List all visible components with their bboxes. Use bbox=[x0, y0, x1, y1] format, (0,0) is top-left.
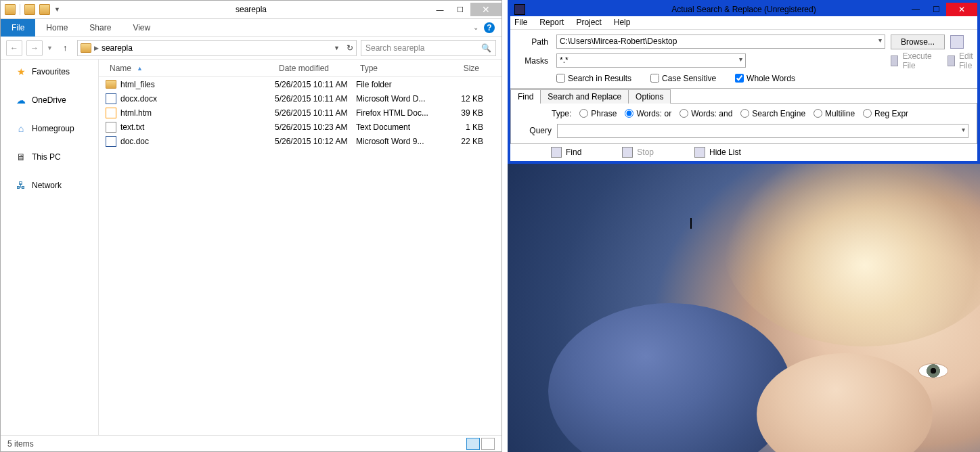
table-row[interactable]: html.htm5/26/2015 10:11 AMFirefox HTML D… bbox=[99, 106, 502, 120]
help-icon[interactable]: ? bbox=[484, 22, 495, 33]
file-icon bbox=[106, 80, 116, 89]
radio-regexpr[interactable]: Reg Expr bbox=[863, 109, 908, 118]
separator bbox=[20, 4, 20, 15]
breadcrumb-dropdown-icon[interactable]: ▼ bbox=[334, 45, 340, 51]
search-placeholder: Search searepla bbox=[365, 43, 424, 53]
qat-dropdown-icon[interactable]: ▼ bbox=[54, 6, 60, 13]
asr-titlebar[interactable]: Actual Search & Replace (Unregistered) —… bbox=[510, 3, 977, 16]
properties-icon[interactable] bbox=[24, 4, 35, 15]
menu-file[interactable]: File bbox=[514, 18, 527, 27]
explorer-titlebar[interactable]: ▼ searepla — ☐ ✕ bbox=[1, 1, 502, 19]
sidebar-onedrive[interactable]: ☁OneDrive bbox=[1, 92, 98, 108]
search-in-results-checkbox[interactable]: Search in Results bbox=[556, 74, 631, 83]
sidebar-favourites[interactable]: ★Favourites bbox=[1, 64, 98, 80]
breadcrumb-folder[interactable]: searepla bbox=[102, 43, 133, 53]
file-size: 1 KB bbox=[436, 122, 483, 132]
toolbar: Path C:\Users\Mircea-Robert\Desktop Brow… bbox=[510, 30, 977, 87]
forward-button[interactable]: → bbox=[26, 40, 43, 56]
status-text: 5 items bbox=[7, 439, 34, 449]
tab-share[interactable]: Share bbox=[79, 20, 122, 36]
minimize-button[interactable]: — bbox=[906, 3, 926, 16]
browse-button[interactable]: Browse... bbox=[891, 35, 945, 49]
sidebar-network[interactable]: 🖧Network bbox=[1, 177, 98, 194]
radio-words-or[interactable]: Words: or bbox=[625, 109, 671, 118]
col-date[interactable]: Date modified bbox=[275, 64, 356, 73]
path-combo[interactable]: C:\Users\Mircea-Robert\Desktop bbox=[556, 35, 885, 49]
wallpaper-eye bbox=[919, 364, 948, 378]
radio-phrase[interactable]: Phrase bbox=[579, 109, 617, 118]
hide-list-button[interactable]: Hide List bbox=[694, 147, 741, 158]
col-type[interactable]: Type bbox=[356, 64, 436, 73]
file-icon bbox=[106, 136, 116, 147]
type-row: Type: Phrase Words: or Words: and Search… bbox=[519, 109, 968, 118]
tab-find[interactable]: Find bbox=[510, 89, 541, 104]
sidebar: ★Favourites ☁OneDrive ⌂Homegroup 🖥This P… bbox=[1, 60, 99, 435]
query-combo[interactable] bbox=[557, 124, 968, 138]
tab-view[interactable]: View bbox=[122, 20, 161, 36]
ribbon: File Home Share View ⌄ ? bbox=[1, 19, 502, 37]
menu-project[interactable]: Project bbox=[576, 18, 601, 27]
path-label: Path bbox=[517, 37, 551, 47]
table-row[interactable]: doc.doc5/26/2015 10:12 AMMicrosoft Word … bbox=[99, 134, 502, 148]
window-controls: — ☐ ✕ bbox=[430, 3, 502, 16]
wallpaper-fabric bbox=[548, 303, 792, 452]
file-name: text.txt bbox=[120, 122, 144, 132]
close-button[interactable]: ✕ bbox=[470, 3, 502, 16]
find-button[interactable]: Find bbox=[551, 147, 581, 158]
up-button[interactable]: ↑ bbox=[57, 40, 73, 56]
table-row[interactable]: docx.docx5/26/2015 10:11 AMMicrosoft Wor… bbox=[99, 91, 502, 106]
icons-view-button[interactable] bbox=[481, 438, 495, 450]
tab-options[interactable]: Options bbox=[628, 89, 671, 104]
case-sensitive-checkbox[interactable]: Case Sensitive bbox=[650, 74, 716, 83]
search-icon[interactable]: 🔍 bbox=[481, 43, 491, 53]
edit-icon bbox=[948, 55, 955, 66]
details-view-button[interactable] bbox=[466, 438, 480, 450]
table-row[interactable]: text.txt5/26/2015 10:23 AMText Document1… bbox=[99, 120, 502, 134]
tab-search-replace[interactable]: Search and Replace bbox=[540, 89, 629, 104]
ribbon-expand-icon[interactable]: ⌄ bbox=[473, 24, 478, 31]
file-date: 5/26/2015 10:11 AM bbox=[275, 108, 356, 118]
masks-label: Masks bbox=[517, 56, 551, 66]
path-tool-icon[interactable] bbox=[950, 35, 964, 49]
back-button[interactable]: ← bbox=[6, 40, 22, 56]
tab-home[interactable]: Home bbox=[35, 20, 79, 36]
file-size: 22 KB bbox=[436, 137, 483, 146]
new-folder-icon[interactable] bbox=[39, 4, 50, 15]
file-date: 5/26/2015 10:12 AM bbox=[275, 137, 356, 146]
masks-combo[interactable]: *.* bbox=[556, 53, 746, 68]
history-dropdown-icon[interactable]: ▼ bbox=[47, 45, 53, 51]
sidebar-thispc[interactable]: 🖥This PC bbox=[1, 149, 98, 165]
quick-access-toolbar: ▼ bbox=[1, 4, 64, 15]
file-name: docx.docx bbox=[120, 94, 157, 104]
search-input[interactable]: Search searepla 🔍 bbox=[361, 40, 496, 56]
col-name[interactable]: Name▲ bbox=[106, 64, 275, 73]
radio-multiline[interactable]: Multiline bbox=[814, 109, 855, 118]
type-label: Type: bbox=[552, 109, 571, 118]
refresh-icon[interactable]: ↻ bbox=[347, 43, 353, 53]
menu-report[interactable]: Report bbox=[539, 18, 564, 27]
close-button[interactable]: ✕ bbox=[946, 3, 977, 16]
maximize-button[interactable]: ☐ bbox=[926, 3, 946, 16]
query-row: Query bbox=[519, 124, 968, 138]
sidebar-homegroup[interactable]: ⌂Homegroup bbox=[1, 120, 98, 137]
table-row[interactable]: html_files5/26/2015 10:11 AMFile folder bbox=[99, 77, 502, 91]
radio-words-and[interactable]: Words: and bbox=[680, 109, 732, 118]
maximize-button[interactable]: ☐ bbox=[450, 3, 470, 16]
pc-icon: 🖥 bbox=[16, 152, 26, 162]
sidebar-item-label: OneDrive bbox=[32, 95, 66, 105]
menu-help[interactable]: Help bbox=[614, 18, 631, 27]
file-tab[interactable]: File bbox=[1, 19, 35, 37]
whole-words-checkbox[interactable]: Whole Words bbox=[735, 74, 795, 83]
window-controls: — ☐ ✕ bbox=[906, 3, 977, 16]
folder-icon[interactable] bbox=[5, 4, 16, 15]
file-rows: html_files5/26/2015 10:11 AMFile folderd… bbox=[99, 77, 502, 435]
chevron-right-icon[interactable]: ▶ bbox=[94, 45, 99, 51]
col-size[interactable]: Size bbox=[436, 64, 483, 73]
col-label: Name bbox=[110, 64, 131, 73]
breadcrumb[interactable]: ▶ searepla ▼ ↻ bbox=[77, 40, 357, 56]
execute-file-button: Execute File Edit File bbox=[891, 51, 979, 70]
stop-button: Stop bbox=[622, 147, 654, 158]
minimize-button[interactable]: — bbox=[430, 3, 450, 16]
find-icon bbox=[551, 147, 562, 158]
radio-search-engine[interactable]: Search Engine bbox=[740, 109, 805, 118]
